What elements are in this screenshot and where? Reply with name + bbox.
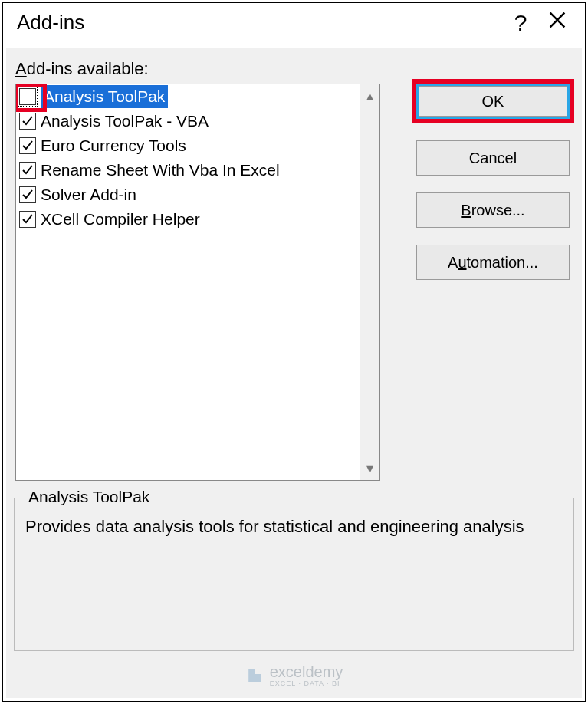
addins-listbox[interactable]: Analysis ToolPakAnalysis ToolPak - VBAEu…	[15, 84, 380, 481]
listbox-scrollbar[interactable]: ▴ ▾	[360, 84, 379, 480]
close-icon[interactable]	[539, 9, 576, 36]
addin-checkbox[interactable]	[19, 137, 36, 154]
addin-label: Euro Currency Tools	[41, 134, 186, 157]
cancel-button[interactable]: Cancel	[416, 140, 570, 176]
highlight-ok-annotation: OK	[412, 79, 574, 123]
description-text: Provides data analysis tools for statist…	[25, 515, 564, 539]
exceldemy-watermark: exceldemy EXCEL · DATA · BI	[245, 663, 343, 687]
addin-label: Rename Sheet With Vba In Excel	[41, 159, 280, 182]
addin-label: Solver Add-in	[41, 183, 136, 206]
addin-label: Analysis ToolPak	[41, 85, 168, 108]
addin-checkbox[interactable]	[19, 211, 36, 228]
addin-list-item[interactable]: Analysis ToolPak - VBA	[16, 109, 379, 133]
addin-list-item[interactable]: Analysis ToolPak	[16, 84, 379, 109]
addin-label: XCell Compiler Helper	[41, 208, 200, 231]
addin-list-item[interactable]: Euro Currency Tools	[16, 133, 379, 158]
addin-list-item[interactable]: Rename Sheet With Vba In Excel	[16, 158, 379, 183]
addin-list-item[interactable]: Solver Add-in	[16, 183, 379, 207]
ok-button[interactable]: OK	[419, 86, 567, 117]
description-title: Analysis ToolPak	[24, 488, 154, 506]
addin-checkbox[interactable]	[19, 113, 36, 130]
addin-checkbox[interactable]	[19, 162, 36, 179]
dialog-title: Add-ins	[17, 11, 502, 35]
addin-checkbox[interactable]	[19, 186, 36, 203]
title-bar: Add-ins ?	[3, 3, 585, 41]
browse-button[interactable]: Browse...	[416, 192, 570, 228]
help-icon[interactable]: ?	[502, 10, 539, 36]
description-group: Analysis ToolPak Provides data analysis …	[14, 498, 574, 651]
addin-checkbox[interactable]	[19, 88, 36, 105]
addin-label: Analysis ToolPak - VBA	[41, 110, 209, 133]
automation-button[interactable]: Automation...	[416, 245, 570, 280]
scroll-down-icon[interactable]: ▾	[366, 457, 373, 480]
addins-available-label: Add-ins available:	[15, 59, 574, 79]
addin-list-item[interactable]: XCell Compiler Helper	[16, 207, 379, 232]
scroll-up-icon[interactable]: ▴	[366, 84, 373, 107]
